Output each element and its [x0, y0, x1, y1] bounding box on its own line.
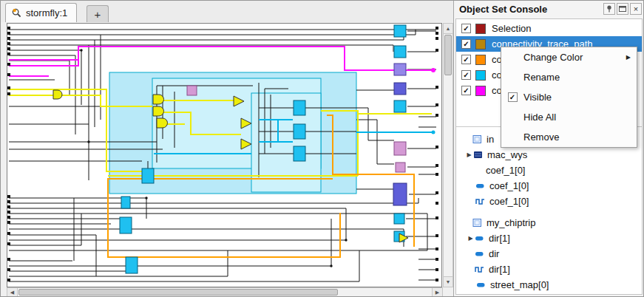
tree-item[interactable]: dir [456, 246, 642, 262]
tree-item[interactable]: dir[1] [456, 262, 642, 277]
color-swatch [475, 24, 486, 34]
checkbox[interactable]: ✓ [461, 24, 471, 33]
module-icon [473, 150, 484, 160]
object-set-label: Selection [492, 23, 531, 34]
float-button[interactable] [617, 3, 628, 15]
checkbox[interactable]: ✓ [461, 70, 471, 80]
instance-icon [472, 134, 483, 144]
menu-item-visible[interactable]: ✓ Visible [501, 87, 637, 107]
panel-title: Object Set Console [459, 4, 547, 15]
tree-item[interactable]: ▶ mac_wys [456, 147, 642, 163]
menu-item-label: Visible [523, 92, 552, 103]
tab-bar: stormfly:1 + [1, 1, 453, 22]
tree-label: street_map[0] [490, 279, 549, 290]
app-window: stormfly:1 + [0, 0, 644, 297]
color-swatch [475, 55, 486, 65]
tree-item[interactable]: coef_1[0] [456, 163, 642, 178]
signal-icon [476, 280, 487, 290]
tree-label: mac_wys [487, 149, 527, 160]
horizontal-scroll-thumb[interactable] [18, 289, 338, 296]
signal-tree: in ▶ mac_wys coef_1[0] coef_1[0] coef_1[… [456, 130, 642, 294]
new-tab-button[interactable]: + [87, 5, 109, 22]
menu-gutter: ✓ [501, 92, 523, 102]
signal-icon [475, 249, 485, 259]
float-window-icon [618, 4, 627, 13]
object-set-row[interactable]: ✓ Selection [456, 21, 642, 36]
checkbox[interactable]: ✓ [461, 39, 471, 49]
tree-label: dir[1] [489, 264, 510, 275]
tree-item[interactable]: coef_1[0] [456, 178, 642, 194]
tree-label: coef_1[0] [486, 165, 526, 176]
checkbox[interactable]: ✓ [461, 86, 471, 95]
pin-icon [605, 4, 614, 13]
submenu-arrow-icon: ▶ [626, 54, 631, 61]
tree-label: my_chiptrip [487, 217, 535, 228]
zoom-icon [11, 7, 22, 18]
menu-item-remove[interactable]: Remove [501, 127, 637, 147]
color-swatch [475, 39, 486, 50]
tree-label: in [487, 134, 494, 145]
tree-item[interactable]: coef_1[0] [456, 194, 642, 209]
wave-icon [475, 197, 486, 206]
color-swatch [475, 86, 486, 96]
tab-label: stormfly:1 [26, 7, 67, 18]
vertical-scroll-thumb[interactable] [444, 35, 452, 75]
horizontal-scrollbar[interactable]: ◀ ▶ [7, 287, 443, 297]
tree-item[interactable]: street_map[0] [456, 277, 642, 293]
color-swatch [475, 70, 486, 81]
menu-item-label: Rename [523, 72, 560, 83]
signal-icon [475, 233, 485, 243]
menu-item-rename[interactable]: Rename [501, 67, 637, 87]
scroll-up-button[interactable]: ▲ [444, 24, 453, 34]
checkbox[interactable]: ✓ [461, 55, 471, 64]
tree-label: coef_1[0] [489, 196, 529, 207]
menu-item-change-color[interactable]: Change Color ▶ [501, 47, 637, 67]
tree-label: dir[1] [489, 233, 510, 244]
close-button[interactable]: × [630, 3, 642, 15]
tree-item[interactable]: ▶ dir[1] [456, 231, 642, 246]
expander-icon[interactable]: ▶ [467, 235, 475, 242]
tab-stormfly[interactable]: stormfly:1 [5, 3, 77, 22]
menu-item-label: Hide All [523, 112, 556, 123]
scroll-down-button[interactable]: ▼ [444, 276, 453, 287]
context-menu: Change Color ▶ Rename ✓ Visible Hide All… [501, 47, 637, 148]
object-set-console: Object Set Console × ✓ [454, 1, 644, 296]
schematic-canvas[interactable] [7, 24, 441, 287]
menu-item-hide-all[interactable]: Hide All [501, 107, 637, 127]
checked-checkbox-icon: ✓ [508, 92, 518, 102]
scroll-left-button[interactable]: ◀ [7, 288, 18, 296]
vertical-scrollbar[interactable]: ▲ ▼ [443, 23, 453, 287]
menu-item-label: Remove [523, 132, 559, 143]
menu-item-label: Change Color [523, 52, 583, 63]
wave-icon [475, 264, 485, 274]
tree-label: dir [489, 248, 499, 259]
pin-button[interactable] [603, 3, 615, 15]
instance-icon [472, 218, 483, 228]
tree-item[interactable]: my_chiptrip [456, 215, 642, 231]
tree-label: coef_1[0] [489, 180, 529, 191]
expander-icon[interactable]: ▶ [465, 151, 473, 158]
signal-icon [475, 181, 486, 191]
schematic-viewport [7, 23, 442, 287]
scroll-right-button[interactable]: ▶ [432, 288, 442, 296]
